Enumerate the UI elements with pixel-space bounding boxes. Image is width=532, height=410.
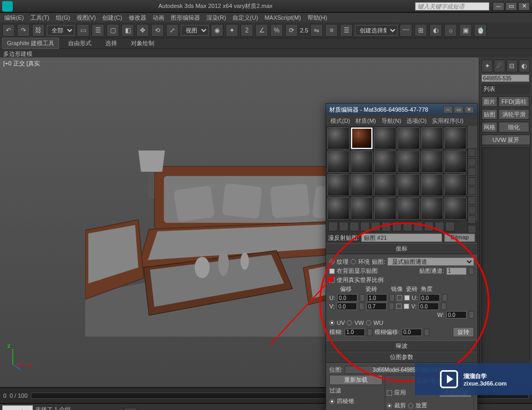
help-search-input[interactable] (415, 2, 489, 11)
reset-map-icon[interactable] (360, 222, 370, 231)
apply-check[interactable] (387, 390, 392, 396)
preview-icon[interactable] (468, 196, 476, 205)
ribbon-tab-freeform[interactable]: 自由形式 (63, 38, 96, 49)
mat-slot[interactable] (397, 197, 420, 220)
mat-slot[interactable] (397, 174, 420, 196)
tessellate-button[interactable]: 细化 (498, 122, 529, 132)
snap-2d-icon[interactable]: 2 (240, 24, 253, 37)
render-icon[interactable]: 🍵 (474, 24, 487, 37)
material-name-input[interactable] (361, 233, 442, 242)
put-to-scene-icon[interactable] (339, 222, 348, 231)
window-cross-icon[interactable]: ◧ (121, 24, 134, 37)
video-check-icon[interactable] (468, 187, 476, 195)
selection-filter[interactable]: 全部 (47, 25, 74, 36)
mat-close-icon[interactable]: ✕ (464, 106, 474, 113)
mapping-dropdown[interactable]: 显式贴图通道 (387, 257, 474, 266)
show-map-icon[interactable] (413, 222, 423, 231)
mat-menu-util[interactable]: 实用程序(U) (430, 117, 466, 125)
blur-offset-spinner[interactable] (402, 329, 422, 336)
menu-render[interactable]: 渲染(R) (203, 14, 229, 22)
mat-id-icon[interactable] (403, 222, 412, 231)
environ-radio[interactable] (351, 259, 356, 264)
show-end-icon[interactable] (424, 222, 434, 231)
u-angle-spinner[interactable] (420, 294, 440, 302)
tab-modify-icon[interactable]: ☄ (494, 60, 505, 72)
maximize-icon[interactable]: ▭ (505, 2, 517, 11)
mat-slot[interactable] (421, 150, 443, 173)
u-tile-check[interactable] (404, 295, 410, 300)
u-offset-spinner[interactable] (337, 294, 358, 302)
mat-slot[interactable] (327, 150, 350, 173)
show-back-check[interactable] (329, 269, 335, 274)
mirror-icon[interactable]: ⇋ (310, 24, 323, 37)
mat-slot[interactable] (444, 174, 467, 196)
u-tiling-spinner[interactable] (367, 294, 387, 302)
select-icon[interactable]: ▭ (77, 24, 89, 37)
mat-map-nav-icon[interactable] (468, 225, 476, 233)
manip-icon[interactable]: ✦ (226, 24, 238, 37)
mat-min-icon[interactable]: ─ (443, 106, 453, 113)
mat-slot[interactable] (327, 174, 350, 196)
rotate-icon[interactable]: ⟲ (151, 24, 164, 37)
link-icon[interactable]: ⛓ (32, 24, 45, 37)
pyramidal-radio[interactable] (329, 399, 335, 404)
background-icon[interactable] (468, 168, 476, 176)
redo-icon[interactable]: ↷ (17, 24, 30, 37)
menu-tools[interactable]: 工具(T) (27, 14, 53, 22)
v-offset-spinner[interactable] (337, 303, 357, 310)
backlight-icon[interactable] (468, 158, 476, 166)
tab-create-icon[interactable]: ✦ (481, 60, 493, 72)
material-editor-icon[interactable]: ◐ (429, 24, 442, 37)
crop-radio[interactable] (387, 403, 392, 408)
mat-slot[interactable] (374, 197, 396, 220)
v-tile-check[interactable] (404, 304, 409, 309)
options-icon[interactable] (468, 206, 476, 214)
ref-coord-dropdown[interactable]: 视图 (181, 25, 209, 36)
make-unique-icon[interactable] (381, 222, 391, 231)
menu-animation[interactable]: 动画 (149, 14, 168, 22)
mat-slot[interactable] (351, 174, 373, 196)
material-type-button[interactable]: Bitmap (444, 233, 475, 242)
sample-type-icon[interactable] (468, 148, 476, 157)
object-name-input[interactable] (481, 74, 529, 82)
mat-slot[interactable] (374, 127, 396, 149)
select-by-mat-icon[interactable] (468, 215, 476, 224)
menu-graph[interactable]: 图形编辑器 (168, 14, 203, 22)
menu-create[interactable]: 创建(C) (99, 14, 125, 22)
v-angle-spinner[interactable] (419, 303, 439, 310)
put-library-icon[interactable] (392, 222, 402, 231)
menu-views[interactable]: 视图(V) (73, 14, 99, 22)
render-setup-icon[interactable]: ☼ (444, 24, 457, 37)
real-world-check[interactable] (329, 278, 335, 283)
v-tiling-spinner[interactable] (367, 303, 387, 310)
menu-maxscript[interactable]: MAXScript(M) (261, 14, 304, 21)
align-icon[interactable]: ≡ (325, 24, 338, 37)
reload-button[interactable]: 重新加载 (329, 375, 383, 385)
ribbon-tab-graphite[interactable]: Graphite 建模工具 (2, 38, 59, 49)
map-channel-spinner[interactable] (446, 267, 467, 275)
uv-radio[interactable] (329, 320, 335, 325)
layers-icon[interactable]: ☰ (340, 24, 353, 37)
mat-slot[interactable] (351, 197, 373, 220)
lock-selection-icon[interactable]: 🔒 (124, 408, 137, 411)
mat-editor-titlebar[interactable]: 材质编辑器 - Mat3d66-649855-47-778 ─ ▭ ✕ (326, 104, 477, 115)
uvw-unwrap-button[interactable]: UVW 展开 (481, 135, 530, 145)
select-rect-icon[interactable]: ▢ (106, 24, 119, 37)
v-mirror-check[interactable] (396, 304, 402, 309)
wu-radio[interactable] (366, 320, 371, 325)
mat-slot[interactable] (444, 127, 467, 149)
minimize-icon[interactable]: ─ (493, 2, 504, 11)
blur-spinner[interactable] (345, 329, 365, 336)
mat-slot[interactable] (421, 127, 443, 149)
mat-slot[interactable] (351, 150, 373, 173)
u-mirror-check[interactable] (397, 295, 402, 300)
modifier-stack[interactable] (481, 147, 530, 385)
schematic-icon[interactable]: ⊞ (414, 24, 427, 37)
tab-motion-icon[interactable]: ◐ (519, 60, 530, 72)
make-copy-icon[interactable] (371, 222, 380, 231)
pivot-icon[interactable]: ◉ (211, 24, 223, 37)
mat-menu-modes[interactable]: 模式(D) (328, 117, 352, 125)
maxscript-listener-button[interactable]: Max to Physx C (2, 405, 33, 411)
ffd-button[interactable]: FFD(圆柱体) (498, 96, 529, 107)
named-set-dropdown[interactable]: 创建选择集 (355, 25, 397, 36)
